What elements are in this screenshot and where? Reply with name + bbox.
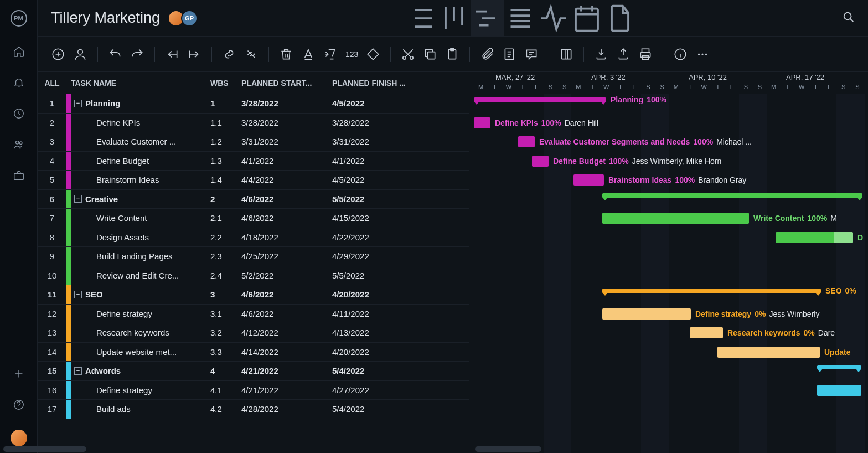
number-format-icon[interactable]: 123 — [345, 47, 358, 61]
view-file-icon[interactable] — [603, 0, 637, 37]
finish-cell[interactable]: 5/5/2022 — [332, 271, 423, 280]
more-icon[interactable] — [695, 47, 710, 61]
wbs-cell[interactable]: 3.3 — [210, 347, 241, 357]
table-scroll[interactable] — [38, 446, 86, 452]
notes-icon[interactable] — [502, 47, 516, 61]
view-board-icon[interactable] — [437, 0, 471, 37]
view-list-icon[interactable] — [404, 0, 437, 37]
finish-cell[interactable]: 5/5/2022 — [332, 194, 423, 204]
task-row[interactable]: 7 Write Content 2.1 4/6/2022 4/15/2022 — [38, 209, 469, 228]
start-cell[interactable]: 4/18/2022 — [241, 233, 332, 242]
finish-cell[interactable]: 5/4/2022 — [332, 366, 423, 375]
add-task-icon[interactable] — [51, 47, 65, 61]
task-name-cell[interactable]: −Adwords — [71, 366, 210, 375]
task-row[interactable]: 11 −SEO 3 4/6/2022 4/20/2022 — [38, 285, 469, 305]
task-row[interactable]: 5 Brainstorm Ideas 1.4 4/4/2022 4/5/2022 — [38, 171, 469, 190]
people-icon[interactable] — [13, 138, 25, 151]
project-avatars[interactable]: GP — [171, 10, 198, 27]
start-cell[interactable]: 4/12/2022 — [241, 328, 332, 337]
redo-icon[interactable] — [130, 47, 144, 61]
collapse-icon[interactable]: − — [74, 195, 82, 203]
text-style-icon[interactable] — [301, 47, 316, 61]
finish-cell[interactable]: 4/13/2022 — [332, 328, 423, 337]
view-activity-icon[interactable] — [537, 0, 570, 37]
finish-cell[interactable]: 4/15/2022 — [332, 213, 423, 223]
gantt-bar[interactable]: Brainstorm Ideas100%Brandon Gray — [574, 174, 604, 186]
start-cell[interactable]: 4/21/2022 — [241, 385, 332, 395]
task-name-cell[interactable]: Define strategy — [71, 309, 210, 318]
finish-cell[interactable]: 4/11/2022 — [332, 309, 423, 318]
start-cell[interactable]: 5/2/2022 — [241, 271, 332, 280]
outdent-icon[interactable] — [165, 47, 179, 61]
undo-icon[interactable] — [108, 47, 122, 61]
import-icon[interactable] — [594, 47, 608, 61]
task-name-cell[interactable]: Define strategy — [71, 385, 210, 395]
assign-icon[interactable] — [73, 47, 87, 61]
gantt-bar[interactable]: Research keywords0%Dare — [690, 327, 723, 338]
finish-cell[interactable]: 4/29/2022 — [332, 251, 423, 261]
task-row[interactable]: 2 Define KPIs 1.1 3/28/2022 3/28/2022 — [38, 114, 469, 133]
home-icon[interactable] — [13, 45, 25, 58]
start-cell[interactable]: 3/31/2022 — [241, 137, 332, 146]
task-row[interactable]: 17 Build ads 4.2 4/28/2022 5/4/2022 — [38, 400, 469, 419]
wbs-cell[interactable]: 3.2 — [210, 328, 241, 337]
gantt-bar[interactable]: D — [776, 232, 853, 243]
gantt-bar[interactable]: Define Budget100%Jess Wimberly, Mike Hor… — [532, 156, 549, 167]
finish-cell[interactable]: 4/5/2022 — [332, 99, 423, 108]
info-icon[interactable] — [673, 47, 688, 61]
wbs-cell[interactable]: 2.3 — [210, 251, 241, 261]
gantt-bar[interactable]: Define strategy0%Jess Wimberly — [602, 308, 691, 320]
task-row[interactable]: 3 Evaluate Customer ... 1.2 3/31/2022 3/… — [38, 132, 469, 152]
export-icon[interactable] — [616, 47, 631, 61]
gantt-bar[interactable]: SEO0% — [602, 289, 821, 293]
start-cell[interactable]: 4/6/2022 — [241, 213, 332, 223]
finish-cell[interactable]: 4/22/2022 — [332, 233, 423, 242]
gantt-scroll[interactable] — [475, 446, 541, 452]
wbs-cell[interactable]: 1.4 — [210, 175, 241, 184]
col-start[interactable]: PLANNED START... — [241, 79, 332, 87]
gantt-bar[interactable]: Planning100% — [474, 97, 606, 102]
collapse-icon[interactable]: − — [74, 100, 82, 107]
bell-icon[interactable] — [13, 76, 25, 89]
wbs-cell[interactable]: 2.4 — [210, 271, 241, 280]
task-name-cell[interactable]: Review and Edit Cre... — [71, 271, 210, 280]
task-row[interactable]: 16 Define strategy 4.1 4/21/2022 4/27/20… — [38, 381, 469, 400]
task-row[interactable]: 1 −Planning 1 3/28/2022 4/5/2022 — [38, 94, 469, 114]
avatar-2[interactable]: GP — [181, 10, 198, 27]
link-icon[interactable] — [222, 47, 236, 61]
task-name-cell[interactable]: Define KPIs — [71, 118, 210, 127]
wbs-cell[interactable]: 4 — [210, 366, 241, 375]
gantt-body[interactable]: Planning100%Define KPIs100%Daren HillEva… — [469, 94, 868, 453]
finish-cell[interactable]: 5/4/2022 — [332, 404, 423, 414]
finish-cell[interactable]: 4/1/2022 — [332, 156, 423, 166]
task-row[interactable]: 15 −Adwords 4 4/21/2022 5/4/2022 — [38, 362, 469, 381]
col-name[interactable]: TASK NAME — [71, 79, 210, 87]
gantt-bar[interactable]: Define KPIs100%Daren Hill — [474, 117, 490, 128]
attach-icon[interactable] — [480, 47, 494, 61]
task-row[interactable]: 14 Update website met... 3.3 4/14/2022 4… — [38, 343, 469, 362]
start-cell[interactable]: 4/4/2022 — [241, 175, 332, 184]
clock-icon[interactable] — [13, 107, 25, 120]
help-icon[interactable] — [13, 399, 25, 411]
finish-cell[interactable]: 3/28/2022 — [332, 118, 423, 127]
task-name-cell[interactable]: −Planning — [71, 99, 210, 108]
task-name-cell[interactable]: Brainstorm Ideas — [71, 175, 210, 184]
start-cell[interactable]: 3/28/2022 — [241, 118, 332, 127]
finish-cell[interactable]: 4/20/2022 — [332, 347, 423, 357]
paste-icon[interactable] — [445, 47, 459, 61]
start-cell[interactable]: 4/6/2022 — [241, 309, 332, 318]
task-name-cell[interactable]: Design Assets — [71, 233, 210, 242]
wbs-cell[interactable]: 4.2 — [210, 404, 241, 414]
wbs-cell[interactable]: 2.1 — [210, 213, 241, 223]
delete-icon[interactable] — [279, 47, 293, 61]
wbs-cell[interactable]: 1.2 — [210, 137, 241, 146]
task-name-cell[interactable]: −Creative — [71, 194, 210, 204]
wbs-cell[interactable]: 1.1 — [210, 118, 241, 127]
task-name-cell[interactable]: Define Budget — [71, 156, 210, 166]
task-row[interactable]: 12 Define strategy 3.1 4/6/2022 4/11/202… — [38, 305, 469, 324]
task-row[interactable]: 13 Research keywords 3.2 4/12/2022 4/13/… — [38, 323, 469, 343]
task-row[interactable]: 6 −Creative 2 4/6/2022 5/5/2022 — [38, 190, 469, 209]
task-row[interactable]: 9 Build Landing Pages 2.3 4/25/2022 4/29… — [38, 247, 469, 266]
task-row[interactable]: 4 Define Budget 1.3 4/1/2022 4/1/2022 — [38, 152, 469, 171]
finish-cell[interactable]: 4/5/2022 — [332, 175, 423, 184]
